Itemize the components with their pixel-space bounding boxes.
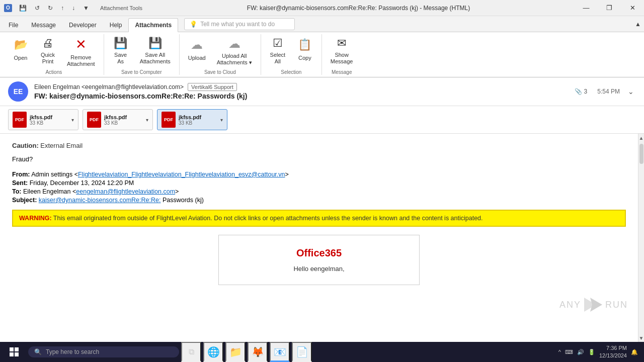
firefox-button[interactable]: 🦊 [248,342,268,362]
from-email-link[interactable]: Flightlevelaviation_Flightlevelaviation_… [78,171,285,178]
remove-attachment-button[interactable]: ✕ RemoveAttachment [62,34,100,67]
quick-print-button[interactable]: 🖨 QuickPrint [35,34,60,67]
tab-developer[interactable]: Developer [62,18,103,32]
save-all-attachments-button[interactable]: 💾 Save AllAttachments [135,34,175,67]
scrollbar[interactable]: ▲ ▼ [638,134,644,342]
acrobat-button[interactable]: 📄 [292,342,312,362]
close-button[interactable]: ✕ [621,0,644,16]
tab-message[interactable]: Message [25,18,62,32]
quick-access-toolbar: 💾 ↺ ↻ ↑ ↓ ▼ [16,3,92,14]
start-button[interactable] [2,342,26,362]
save-all-icon: 💾 [147,37,163,50]
title-bar: O 💾 ↺ ↻ ↑ ↓ ▼ Attachment Tools FW: kaise… [0,0,644,16]
pdf-icon-3: PDF [162,112,176,128]
attachment-name-1: jkfss.pdf [30,114,68,120]
search-placeholder: Type here to search [46,348,99,355]
acrobat-icon: 📄 [296,346,308,358]
customize-btn[interactable]: ▼ [80,3,92,14]
tab-help[interactable]: Help [103,18,129,32]
collapse-ribbon-btn[interactable]: ▲ [632,19,644,30]
remove-label: RemoveAttachment [67,54,95,67]
keyboard-icon: ⌨ [565,349,573,355]
open-icon: 📂 [13,37,29,53]
outlook-taskbar-icon: 📧 [274,346,286,358]
show-message-icon: ✉ [334,37,350,50]
paperclip-icon: 📎 [575,88,582,95]
scroll-thumb[interactable] [639,144,643,164]
show-message-button[interactable]: ✉ ShowMessage [326,34,358,67]
outlook-taskbar-button[interactable]: 📧 [270,342,290,362]
upload-button[interactable]: ☁ Upload [184,34,210,67]
restore-button[interactable]: ❐ [598,0,621,16]
taskbar-time-value: 7:36 PM [599,344,627,352]
save-btn[interactable]: 💾 [16,3,30,14]
prev-btn[interactable]: ↑ [58,3,67,14]
attachment-size-2: 33 KB [104,120,143,126]
tab-attachments[interactable]: Attachments [128,18,178,32]
anyrun-run: RUN [605,300,628,310]
save-as-button[interactable]: 💾 SaveAs [108,34,133,67]
tell-me-field[interactable]: 💡 Tell me what you want to do [184,18,295,30]
copy-button[interactable]: 📋 Copy [292,34,317,67]
attachment-item-3[interactable]: PDF jkfss.pdf 33 KB ▾ [157,109,227,130]
detail-sent: Sent: Friday, December 13, 2024 12:20 PM [12,179,626,187]
attachment-dropdown-1[interactable]: ▾ [71,117,74,123]
taskbar-right: ^ ⌨ 🔊 🔋 7:36 PM 12/13/2024 🔔 [558,344,642,360]
actions-group-label: Actions [8,67,100,75]
volume-icon: 🔊 [577,349,584,355]
sender-from: Eileen Engelman <eengelman@flightlevelav… [34,83,184,90]
notification-icon[interactable]: 🔔 [631,349,638,355]
pdf-icon-2: PDF [87,112,101,128]
window-controls: — ❐ ✕ [575,0,644,16]
pdf-icon-1: PDF [13,112,27,128]
search-icon: 🔍 [34,348,42,355]
from-value: Admin settings < [30,171,78,178]
scroll-down-arrow[interactable]: ▼ [638,334,645,342]
caution-text: External Email [39,142,83,149]
taskbar-search[interactable]: 🔍 Type here to search [28,346,179,357]
ribbon-group-message-content: ✉ ShowMessage [326,34,358,67]
explorer-icon: 📁 [229,346,242,358]
select-all-button[interactable]: ☑ SelectAll [265,34,290,67]
detail-from: From: Admin settings <Flightlevelaviatio… [12,171,626,178]
from-close: > [285,171,289,178]
tell-me-text: Tell me what you want to do [200,21,275,28]
selection-group-label: Selection [265,67,317,75]
email-subject: FW: kaiser@dynamic-biosensors.comRe:Re:R… [34,92,569,100]
subject-link[interactable]: kaiser@dynamic-biosensors.comRe:Re:Re: [39,197,161,204]
quick-print-label: QuickPrint [41,52,55,65]
anyrun-watermark: ANY RUN [559,298,628,312]
tray-up-arrow[interactable]: ^ [558,349,561,355]
attachments-bar: PDF jkfss.pdf 33 KB ▾ PDF jkfss.pdf 33 K… [0,106,644,134]
ribbon-collapse: ▲ [632,19,644,32]
attachment-dropdown-3[interactable]: ▾ [220,117,223,123]
copy-icon: 📋 [297,37,313,53]
upload-all-button[interactable]: ☁ Upload AllAttachments ▾ [212,34,257,67]
attachment-dropdown-2[interactable]: ▾ [146,117,148,123]
scroll-up-arrow[interactable]: ▲ [638,134,645,142]
warning-label: WARNING: [19,215,52,222]
recipient-badge: Vertikal6 Support [188,83,237,91]
ribbon-group-save-computer: 💾 SaveAs 💾 Save AllAttachments Save to C… [104,34,180,75]
to-email-link[interactable]: eengelman@flightlevelaviation.com [76,188,175,195]
save-computer-group-label: Save to Computer [108,67,175,75]
open-button[interactable]: 📂 Open [8,34,33,67]
ribbon-tabs: File Message Developer Help Attachments … [0,16,644,32]
explorer-button[interactable]: 📁 [225,342,246,362]
attachment-item-2[interactable]: PDF jkfss.pdf 33 KB ▾ [83,109,153,130]
tab-file[interactable]: File [2,18,25,32]
redo-btn[interactable]: ↻ [45,3,56,14]
minimize-button[interactable]: — [575,0,598,16]
email-body-container: Caution: External Email Fraud? From: Adm… [0,134,644,342]
attachment-item-1[interactable]: PDF jkfss.pdf 33 KB ▾ [8,109,78,130]
attachment-number: 3 [584,88,588,95]
ribbon-group-save-content: 💾 SaveAs 💾 Save AllAttachments [108,34,175,67]
undo-btn[interactable]: ↺ [32,3,43,14]
edge-button[interactable]: 🌐 [203,342,223,362]
upload-all-icon: ☁ [226,37,243,51]
next-btn[interactable]: ↓ [69,3,78,14]
attachment-size-3: 33 KB [179,120,217,126]
upload-all-label: Upload AllAttachments ▾ [217,53,252,66]
task-view-button[interactable]: ⧉ [181,342,201,362]
expand-email-button[interactable]: ⌄ [626,85,636,98]
